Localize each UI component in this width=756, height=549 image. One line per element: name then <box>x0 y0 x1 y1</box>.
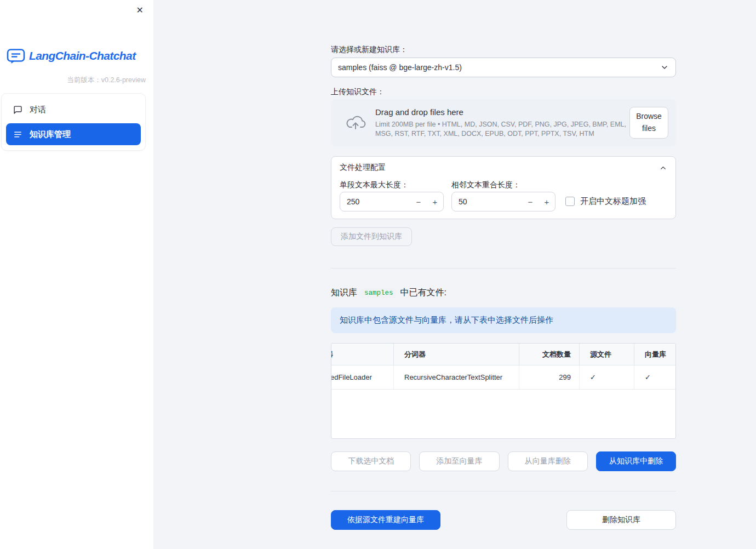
col-header-loader: 文档加载器 <box>331 344 394 365</box>
chunk-size-stepper: − + <box>340 192 444 211</box>
chunk-increment-button[interactable]: + <box>427 192 443 211</box>
uploader-title: Drag and drop files here <box>375 107 629 117</box>
kb-select-value: samples (faiss @ bge-large-zh-v1.5) <box>338 63 462 72</box>
sidebar-item-label: 知识库管理 <box>30 129 71 140</box>
chunk-decrement-button[interactable]: − <box>410 192 427 211</box>
info-banner: 知识库中包含源文件与向量库，请从下表中选择文件后操作 <box>331 307 676 333</box>
cloud-upload-icon <box>345 115 366 130</box>
rebuild-vector-store-button[interactable]: 依据源文件重建向量库 <box>331 510 440 530</box>
add-files-to-kb-button[interactable]: 添加文件到知识库 <box>331 227 412 246</box>
sidebar-close-button[interactable]: ✕ <box>134 4 146 17</box>
cell-doc-count: 299 <box>519 365 580 389</box>
cell-source-file-check: ✓ <box>580 365 634 389</box>
table-header-row: 文档加载器 分词器 文档数量 源文件 向量库 <box>331 344 676 365</box>
overlap-size-label: 相邻文本重合长度： <box>451 180 520 190</box>
delete-kb-button[interactable]: 删除知识库 <box>566 510 676 530</box>
chunk-size-input[interactable] <box>340 197 410 206</box>
app-title: LangChain-Chatchat <box>29 49 136 62</box>
expander-title: 文件处理配置 <box>340 163 386 173</box>
add-to-vector-store-button[interactable]: 添加至向量库 <box>419 451 499 471</box>
cell-vector-store-check: ✓ <box>634 365 676 389</box>
logo-chat-bubble-icon <box>7 48 25 64</box>
col-header-source-file: 源文件 <box>580 344 634 365</box>
delete-from-kb-button[interactable]: 从知识库中删除 <box>596 451 676 471</box>
app-logo: LangChain-Chatchat <box>7 48 136 64</box>
version-label: 当前版本：v0.2.6-preview <box>67 76 146 85</box>
kb-files-grid: 文档加载器 分词器 文档数量 源文件 向量库 UnstructuredFileL… <box>331 344 676 390</box>
col-header-vector-store: 向量库 <box>634 344 676 365</box>
info-banner-text: 知识库中包含源文件与向量库，请从下表中选择文件后操作 <box>340 315 553 325</box>
kb-files-prefix: 知识库 <box>331 287 357 299</box>
kb-files-suffix: 中已有文件: <box>400 287 446 299</box>
kb-files-heading: 知识库 samples 中已有文件: <box>331 287 446 299</box>
cell-splitter: RecursiveCharacterTextSplitter <box>394 365 519 389</box>
kb-select-label: 请选择或新建知识库： <box>331 45 408 55</box>
chevron-down-icon <box>660 63 669 72</box>
file-config-expander: 文件处理配置 单段文本最大长度： − + 相邻文本重合长度： − + 开启中文标… <box>331 156 676 219</box>
uploader-limit-text: Limit 200MB per file • HTML, MD, JSON, C… <box>375 120 629 138</box>
overlap-size-stepper: − + <box>451 192 555 211</box>
zh-title-checkbox-row: 开启中文标题加强 <box>565 196 646 207</box>
sidebar-item-label: 对话 <box>30 105 46 115</box>
zh-title-checkbox-label: 开启中文标题加强 <box>580 196 646 207</box>
kb-files-table[interactable]: 文档加载器 分词器 文档数量 源文件 向量库 UnstructuredFileL… <box>331 343 676 439</box>
expander-header[interactable]: 文件处理配置 <box>331 157 675 173</box>
col-header-doc-count: 文档数量 <box>519 344 580 365</box>
chunk-size-label: 单段文本最大长度： <box>340 180 409 190</box>
uploader-text: Drag and drop files here Limit 200MB per… <box>375 107 629 138</box>
overlap-size-input[interactable] <box>452 197 522 206</box>
sidebar-menu: 对话 知识库管理 <box>1 93 146 151</box>
divider <box>331 268 676 268</box>
zh-title-checkbox[interactable] <box>565 197 575 206</box>
sidebar-item-kb-management[interactable]: 知识库管理 <box>6 123 141 145</box>
table-row[interactable]: UnstructuredFileLoader RecursiveCharacte… <box>331 365 676 390</box>
divider <box>331 491 676 491</box>
chat-bubble-icon <box>13 105 22 115</box>
sidebar: ✕ LangChain-Chatchat 当前版本：v0.2.6-preview… <box>0 0 153 549</box>
sidebar-item-dialogue[interactable]: 对话 <box>6 99 141 121</box>
overlap-decrement-button[interactable]: − <box>522 192 539 211</box>
overlap-increment-button[interactable]: + <box>539 192 555 211</box>
chevron-up-icon <box>659 164 667 172</box>
main-content: 请选择或新建知识库： samples (faiss @ bge-large-zh… <box>331 0 676 549</box>
list-icon <box>13 130 22 139</box>
cell-loader: UnstructuredFileLoader <box>331 365 394 389</box>
file-action-buttons: 下载选中文档 添加至向量库 从向量库删除 从知识库中删除 <box>331 451 676 471</box>
col-header-splitter: 分词器 <box>394 344 519 365</box>
browse-files-button[interactable]: Browse files <box>629 107 668 138</box>
upload-label: 上传知识文件： <box>331 87 385 97</box>
delete-from-vector-store-button[interactable]: 从向量库删除 <box>508 451 588 471</box>
kb-select[interactable]: samples (faiss @ bge-large-zh-v1.5) <box>331 58 676 77</box>
download-selected-button[interactable]: 下载选中文档 <box>331 451 411 471</box>
file-uploader-dropzone[interactable]: Drag and drop files here Limit 200MB per… <box>331 99 676 146</box>
kb-name-code: samples <box>362 288 396 298</box>
